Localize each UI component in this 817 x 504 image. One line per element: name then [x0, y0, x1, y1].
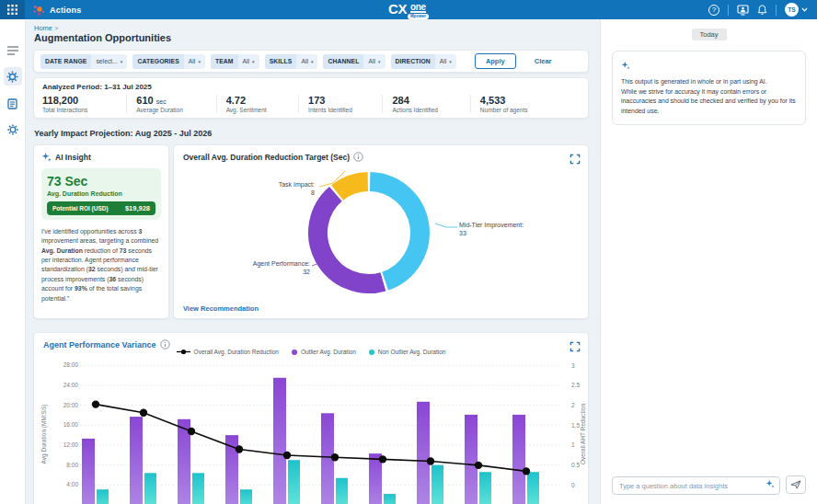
notifications-bell-icon[interactable]	[757, 5, 767, 16]
cxone-logo: CX one Mpower	[388, 2, 429, 19]
metric-total-interactions: 118,200 Total Interactions	[42, 95, 126, 113]
duration-reduction-target-card: Overall Avg. Duration Reduction Target (…	[173, 144, 589, 319]
disclaimer-line-2: While we strive for accuracy it may cont…	[621, 87, 797, 117]
left-nav-rail	[0, 19, 26, 504]
grid-icon	[7, 5, 17, 15]
send-paper-plane-icon	[790, 480, 801, 489]
send-button[interactable]	[786, 475, 806, 494]
svg-text:24:00: 24:00	[63, 382, 79, 388]
filter-bar: DATE RANGE select...▾ CATEGORIES All▾ TE…	[33, 50, 589, 73]
metrics-row: 118,200 Total Interactions 610 sec Avera…	[42, 95, 580, 113]
clear-link[interactable]: Clear	[535, 57, 552, 65]
data-insights-question-input[interactable]	[612, 476, 780, 495]
metric-average-duration: 610 sec Average Duration	[126, 95, 215, 113]
disclaimer-line-1: This output is generated in whole or in …	[621, 77, 797, 87]
apply-button[interactable]: Apply	[475, 53, 516, 69]
nav-menu-icon[interactable]	[4, 41, 22, 60]
app-launcher-grid-icon[interactable]	[0, 0, 25, 19]
breadcrumb-home-link[interactable]: Home	[34, 24, 52, 32]
ai-insight-highlight: 73 Sec Avg. Duration Reduction Potential…	[41, 168, 161, 220]
actions-sparkle-logo-icon	[32, 4, 45, 17]
today-chip: Today	[691, 29, 726, 40]
svg-text:3: 3	[571, 362, 575, 369]
view-recommendation-link[interactable]: View Recommendation	[183, 304, 259, 313]
svg-text:8:00: 8:00	[66, 462, 78, 468]
top-app-bar: Actions CX one Mpower ? TS	[0, 0, 817, 19]
chevron-down-icon: ▾	[198, 59, 201, 64]
filter-direction[interactable]: DIRECTION All▾	[391, 54, 456, 69]
svg-text:16:00: 16:00	[63, 421, 79, 428]
donut-label-mid-tier: Mid-Tier Improvement:33	[459, 221, 524, 238]
svg-text:12:00: 12:00	[63, 441, 79, 448]
roi-value: $19,928	[125, 204, 150, 212]
filter-categories[interactable]: CATEGORIES All▾	[132, 54, 205, 69]
svg-text:1.5: 1.5	[571, 422, 580, 429]
svg-text:Avg Duration (MM:SS): Avg Duration (MM:SS)	[40, 405, 48, 464]
svg-text:20:00: 20:00	[63, 402, 79, 408]
section-title: Yearly Impact Projection: Aug 2025 - Jul…	[34, 129, 212, 138]
variance-combo-chart: 28:00324:002.520:00216:001.512:0018:000.…	[34, 333, 590, 504]
product-name: Actions	[50, 6, 81, 15]
main-content: Home > Augmentation Opportunities DATE R…	[26, 19, 600, 504]
avatar[interactable]: TS	[785, 3, 799, 17]
help-icon[interactable]: ?	[708, 5, 719, 16]
svg-text:Overall AHT Reduction: Overall AHT Reduction	[580, 404, 586, 464]
duration-reduction-label: Avg. Duration Reduction	[47, 190, 155, 197]
ai-insight-title: AI Insight	[55, 153, 91, 162]
svg-text:2: 2	[571, 402, 575, 408]
svg-text:1: 1	[571, 441, 575, 448]
svg-text:4:00: 4:00	[66, 481, 78, 487]
analyzed-period-title: Analyzed Period: 1–31 Jul 2025	[42, 83, 580, 91]
ai-insight-description: I've identified opportunities across 3 i…	[41, 227, 161, 304]
svg-text:0: 0	[571, 482, 575, 488]
ai-sparkle-icon	[765, 479, 775, 488]
nav-settings-gear-icon[interactable]	[4, 120, 22, 139]
agent-assist-icon[interactable]	[737, 5, 749, 16]
chevron-down-icon: ▾	[378, 59, 381, 64]
chevron-down-icon: ▾	[311, 59, 314, 64]
donut-label-agent-performance: Agent Performance:32	[253, 259, 310, 277]
agent-performance-variance-card: Agent Performance Variance Overall Avg. …	[33, 332, 589, 504]
metric-intents-identified: 173 Intents Identified	[298, 95, 382, 113]
metric-number-of-agents: 4,533 Number of agents	[470, 95, 580, 113]
donut-chart	[174, 145, 590, 320]
chevron-down-icon	[801, 7, 808, 12]
potential-roi-bar: Potential ROI (USD) $19,928	[47, 201, 155, 215]
breadcrumb[interactable]: Home >	[34, 24, 59, 32]
page-title: Augmentation Opportunities	[34, 32, 171, 43]
header-divider	[728, 5, 729, 16]
filter-channel[interactable]: CHANNEL All▾	[323, 54, 385, 69]
ai-disclaimer-card: This output is generated in whole or in …	[612, 51, 806, 125]
ai-copilot-panel: Today This output is generated in whole …	[600, 19, 817, 504]
chevron-down-icon: ▾	[252, 59, 255, 64]
chevron-down-icon: ▾	[449, 59, 452, 64]
nav-actions-icon[interactable]	[4, 67, 22, 86]
header-divider	[776, 5, 777, 16]
duration-reduction-value: 73 Sec	[47, 174, 155, 189]
ai-insight-card: AI Insight 73 Sec Avg. Duration Reductio…	[33, 144, 169, 319]
nav-reports-icon[interactable]	[4, 95, 22, 113]
filter-date-range[interactable]: DATE RANGE select...▾	[40, 54, 127, 69]
donut-label-task-impact: Task Impact:8	[279, 180, 315, 198]
filter-skills[interactable]: SKILLS All▾	[265, 54, 318, 69]
ai-sparkle-icon	[621, 61, 630, 70]
filter-team[interactable]: TEAM All▾	[211, 54, 259, 69]
svg-text:2.5: 2.5	[571, 382, 580, 388]
actions-brand: Actions	[32, 4, 81, 17]
mpower-badge: Mpower	[408, 14, 429, 19]
svg-text:28:00: 28:00	[63, 361, 79, 368]
user-menu[interactable]: TS	[785, 3, 808, 17]
metric-avg-sentiment: 4.72 Avg. Sentiment	[216, 95, 298, 113]
metric-actions-identified: 284 Actions Identified	[382, 95, 469, 113]
chevron-down-icon: ▾	[121, 59, 123, 64]
svg-text:0.5: 0.5	[571, 462, 580, 468]
ai-sparkle-icon	[41, 152, 52, 162]
analyzed-period-card: Analyzed Period: 1–31 Jul 2025 118,200 T…	[33, 77, 589, 119]
